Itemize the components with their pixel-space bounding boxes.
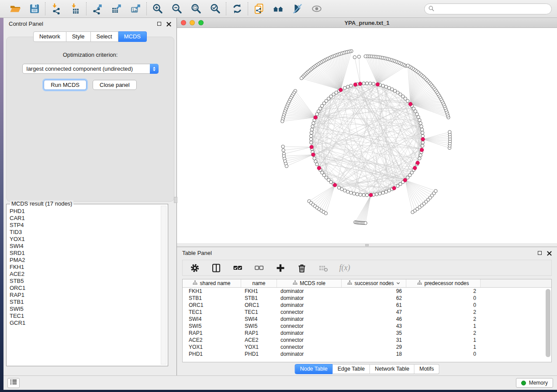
mcds-result-item[interactable]: GCR1 [10,320,159,327]
cell-shared-name: FKH1 [183,288,241,294]
zoom-in-icon[interactable] [152,3,163,15]
refresh-icon[interactable] [231,3,243,15]
import-network-icon[interactable] [50,3,62,15]
column-header-name[interactable]: name [241,279,277,287]
export-image-icon[interactable] [130,3,142,15]
table-row[interactable]: YOX1YOX1connector291 [183,344,551,351]
mcds-result-item[interactable]: SWI5 [10,306,159,313]
cell-predecessor-nodes: 2 [406,288,481,294]
mcds-result-item[interactable]: PMA2 [10,257,159,264]
mcds-result-item[interactable]: RAP1 [10,292,159,299]
task-history-button[interactable] [7,378,20,388]
close-table-panel-icon[interactable] [547,251,552,255]
cell-predecessor-nodes: 0 [406,351,481,357]
cell-shared-name: PHD1 [183,351,241,357]
split-panel-icon[interactable] [211,263,221,273]
tab-edge-table[interactable]: Edge Table [333,364,370,374]
table-row[interactable]: RAP1RAP1dominator352 [183,330,551,337]
import-table-icon[interactable] [69,3,81,15]
network-graph[interactable] [177,28,557,243]
splitter-grip[interactable] [365,244,369,246]
mcds-result-item[interactable]: SRD1 [10,250,159,257]
add-column-icon[interactable] [275,263,286,273]
column-header-shared-name[interactable]: shared name [183,279,241,287]
table-scrollbar-thumb[interactable] [546,289,550,357]
first-neighbors-icon[interactable] [272,3,284,15]
mcds-result-item[interactable]: TID3 [10,229,159,236]
column-header-successor-nodes[interactable]: successor nodes [342,279,406,287]
tab-select[interactable]: Select [91,31,118,42]
table-row[interactable]: FKH1FKH1dominator962 [183,288,551,295]
mcds-result-list[interactable]: PHD1CAR1STP4TID3YOX1SWI4SRD1PMA2FKH1ACE2… [10,208,159,364]
table-row[interactable]: PHD1PHD1dominator180 [183,351,551,358]
mcds-result-item[interactable]: STB1 [10,299,159,306]
table-row[interactable]: SWI5SWI5connector431 [183,323,551,330]
main-toolbar [0,0,557,18]
cell-name: ACE2 [241,337,277,343]
close-panel-button[interactable]: Close panel [93,80,137,90]
minimize-window-icon[interactable] [190,20,195,25]
cell-shared-name: SWI5 [183,323,241,329]
search-icon [429,5,434,13]
tab-motifs[interactable]: Motifs [415,364,439,374]
export-table-icon[interactable] [111,3,122,15]
desktop-wallpaper-bottom [0,390,557,392]
table-row[interactable]: ORC1ORC1dominator610 [183,302,551,309]
zoom-selected-icon[interactable] [209,3,221,15]
hide-selected-icon[interactable] [291,3,303,15]
mcds-result-item[interactable]: SWI4 [10,243,159,250]
settings-gear-icon[interactable] [190,263,200,273]
float-panel-icon[interactable] [157,22,161,26]
zoom-out-icon[interactable] [171,3,183,15]
run-mcds-button[interactable]: Run MCDS [44,80,86,90]
table-row[interactable]: TEC1TEC1connector472 [183,309,551,316]
cell-shared-name: STB1 [183,295,241,301]
show-all-icon[interactable] [311,3,322,15]
mcds-result-item[interactable]: ORC1 [10,285,159,292]
horizontal-splitter[interactable] [177,243,557,247]
cell-successor-nodes: 29 [342,344,406,350]
deselect-all-icon[interactable] [254,263,264,273]
tab-network[interactable]: Network [33,31,66,42]
memory-status-icon [521,381,526,385]
table-row[interactable]: ACE2ACE2connector311 [183,337,551,344]
select-all-icon[interactable] [232,263,243,273]
mcds-result-item[interactable]: PHD1 [10,208,159,215]
close-panel-icon[interactable] [166,21,171,26]
vertical-splitter-handle[interactable] [174,197,177,203]
table-row[interactable]: SWI4SWI4dominator462 [183,316,551,323]
tab-network-table[interactable]: Network Table [370,364,415,374]
clone-network-icon[interactable] [253,3,265,15]
mcds-result-item[interactable]: STP4 [10,222,159,229]
mcds-result-scrollbar[interactable] [161,206,166,364]
mcds-result-item[interactable]: TEC1 [10,313,159,320]
search-field[interactable] [424,3,552,14]
mcds-result-item[interactable]: STB5 [10,278,159,285]
toolbar-group [248,3,327,15]
save-icon[interactable] [28,3,40,15]
cell-successor-nodes: 47 [342,309,406,315]
column-header-predecessor-nodes[interactable]: predecessor nodes [406,279,481,287]
tab-mcds[interactable]: MCDS [118,31,147,42]
mcds-result-item[interactable]: FKH1 [10,264,159,271]
cell-MCDS-role: dominator [277,330,342,336]
memory-button[interactable]: Memory [516,378,553,388]
mcds-result-item[interactable]: ACE2 [10,271,159,278]
column-header-MCDS-role[interactable]: MCDS role [277,279,342,287]
network-canvas[interactable] [177,28,557,243]
mcds-result-item[interactable]: CAR1 [10,215,159,222]
cell-predecessor-nodes: 1 [406,323,481,329]
open-icon[interactable] [9,3,21,15]
close-window-icon[interactable] [181,20,186,25]
delete-rows-icon[interactable] [297,263,307,273]
tab-node-table[interactable]: Node Table [295,364,333,374]
zoom-fit-icon[interactable] [190,3,202,15]
mcds-result-item[interactable]: YOX1 [10,236,159,243]
table-row[interactable]: STB1STB1dominator620 [183,295,551,302]
criterion-dropdown[interactable]: largest connected component (undirected) [22,64,159,74]
float-table-panel-icon[interactable] [538,251,542,255]
maximize-window-icon[interactable] [198,20,204,25]
export-network-icon[interactable] [91,3,103,15]
search-input[interactable] [437,6,547,12]
tab-style[interactable]: Style [66,31,91,42]
